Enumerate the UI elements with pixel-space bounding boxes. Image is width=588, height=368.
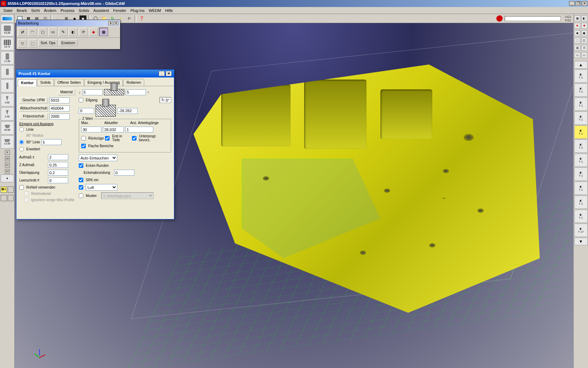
rueckzuege-checkbox[interactable]: [81, 136, 86, 141]
menu-bearb[interactable]: Bearb: [15, 8, 29, 13]
rt-icon-2[interactable]: ◧: [581, 15, 587, 21]
rt-icon-10[interactable]: ⊡: [581, 45, 587, 51]
prozess-dialog[interactable]: Prozeß #1 Kontur _ ✕ Kontur Solids Offen…: [16, 69, 174, 219]
ersetzen-button[interactable]: Ersetzen: [59, 39, 77, 46]
menu-assistent[interactable]: Assistent: [91, 8, 111, 13]
botz-input[interactable]: [79, 108, 94, 114]
menu-plugins[interactable]: Plug-Ins: [128, 8, 147, 13]
left-num-11[interactable]: 11: [5, 163, 10, 168]
tab-rotieren[interactable]: Rotieren: [123, 79, 144, 86]
muster-checkbox[interactable]: [79, 193, 83, 198]
op-slot-6[interactable]: ◐T 1: [574, 139, 588, 153]
rt-scroll-up[interactable]: ▲: [574, 61, 588, 69]
rt-icon-3[interactable]: ✖: [574, 23, 580, 29]
op-slot-9[interactable]: ◐T 1: [574, 182, 588, 195]
plunge-input[interactable]: [49, 105, 70, 111]
sort-ops-button[interactable]: Sort. Ops: [38, 39, 58, 46]
dialog-minimize[interactable]: _: [159, 71, 165, 76]
rt-scroll-down[interactable]: ▼: [574, 238, 588, 245]
palette-title-bar[interactable]: Bearbeitung ▾ ✕: [16, 20, 120, 26]
rt-icon-7[interactable]: ⬚: [574, 38, 580, 43]
topz-input[interactable]: [82, 89, 103, 95]
minimize-button[interactable]: _: [569, 1, 575, 6]
erst-checkbox[interactable]: [105, 136, 110, 141]
feed-label-button[interactable]: Fräsvorschub: [19, 113, 48, 120]
luft-select[interactable]: Luft: [86, 184, 117, 191]
op-slot-2[interactable]: ◐T 1: [574, 83, 588, 97]
autoeintauchen-select[interactable]: Auto Eintauchen: [79, 155, 117, 161]
rohteil-checkbox[interactable]: [19, 185, 24, 190]
tb-flag[interactable]: 🏳: [125, 15, 133, 22]
tab-solids[interactable]: Solids: [37, 79, 54, 86]
tb-help[interactable]: ❓: [138, 15, 146, 22]
pal-tool-5[interactable]: ✎: [58, 28, 68, 36]
tool-slot-8[interactable]: 46.00: [1, 121, 14, 135]
radio-90linie[interactable]: [19, 140, 24, 144]
palette-close[interactable]: ✕: [114, 21, 119, 25]
eilgang-checkbox[interactable]: [79, 98, 83, 102]
left-num-10[interactable]: 10: [5, 156, 10, 161]
op-slot-12[interactable]: ◐T 17: [574, 224, 588, 237]
process-slot-4[interactable]: [8, 195, 14, 201]
op-slot-5-selected[interactable]: ◐T 1: [574, 125, 588, 139]
radio-linie[interactable]: [19, 127, 24, 132]
menu-aendern[interactable]: Ändern: [42, 8, 58, 13]
radio-erweitert[interactable]: [19, 147, 24, 151]
tool-slot-3[interactable]: 11.00: [1, 51, 14, 64]
pal-tool-8[interactable]: ◆: [89, 28, 98, 36]
unterprogr-checkbox[interactable]: [132, 136, 136, 141]
left-scroll-down[interactable]: ▼: [1, 175, 14, 182]
pal-tool-b2[interactable]: ⬚: [28, 39, 37, 48]
op-slot-11[interactable]: ◐T 1: [574, 210, 588, 223]
op-slot-7[interactable]: ◐T 1: [574, 154, 588, 167]
tool-slot-5[interactable]: [1, 79, 14, 93]
rt-icon-12[interactable]: ▭: [581, 52, 587, 58]
process-slot-3[interactable]: [1, 195, 7, 201]
left-num-9[interactable]: 9: [5, 150, 10, 155]
stop-button[interactable]: [496, 15, 503, 22]
left-top-button[interactable]: [1, 15, 14, 22]
op-slot-10[interactable]: ◐T 1: [574, 196, 588, 209]
tab-offene-seiten[interactable]: Offene Seiten: [54, 79, 84, 86]
process-slot-2[interactable]: [8, 186, 14, 193]
pal-tool-4[interactable]: ▭: [48, 28, 57, 36]
tab-kontur[interactable]: Kontur: [18, 79, 37, 86]
plunge-label-button[interactable]: Abtauchvorschub: [19, 105, 48, 111]
ecken-checkbox[interactable]: [79, 163, 83, 168]
tool-slot-9[interactable]: 12.00: [1, 135, 14, 149]
close-button[interactable]: ✕: [582, 1, 587, 6]
menu-sicht[interactable]: Sicht: [29, 8, 42, 13]
dialog-title-bar[interactable]: Prozeß #1 Kontur _ ✕: [16, 70, 174, 77]
srk-checkbox[interactable]: [79, 178, 83, 182]
left-num-12[interactable]: 12: [5, 169, 10, 174]
pal-tool-9-active[interactable]: ▦: [99, 28, 108, 36]
menu-solids[interactable]: Solids: [77, 8, 91, 13]
zaufmass-input[interactable]: [48, 162, 68, 168]
tool-slot-6[interactable]: 4.00: [1, 93, 14, 107]
menu-prozess[interactable]: Prozess: [58, 8, 77, 13]
menu-hilfe[interactable]: Hilfe: [163, 8, 175, 13]
pal-tool-1[interactable]: ⇄: [18, 28, 27, 36]
bearbeitung-palette[interactable]: Bearbeitung ▾ ✕ ⇄ ◠ ▢ ▭ ✎ ◐ ⟳ ◆ ▦ ▽ ⬚ So…: [16, 20, 120, 49]
pal-tool-3[interactable]: ▢: [38, 28, 47, 36]
rt-icon-1[interactable]: ▦: [574, 15, 580, 21]
op-slot-3[interactable]: ◐T 1: [574, 97, 588, 111]
rt-icon-4[interactable]: ✱: [581, 23, 587, 29]
topz2-input[interactable]: [126, 89, 146, 95]
rt-icon-8[interactable]: ◫: [581, 38, 587, 43]
palette-collapse[interactable]: ▾: [108, 21, 113, 25]
rt-icon-5[interactable]: ◉: [574, 30, 580, 36]
menu-wedm[interactable]: WEDM: [147, 8, 163, 13]
dialog-close[interactable]: ✕: [166, 71, 172, 76]
rt-icon-11[interactable]: ▭: [574, 52, 580, 58]
speed-label-button[interactable]: Geschw. UPM: [19, 97, 48, 103]
menu-fenster[interactable]: Fenster: [111, 8, 128, 13]
pal-tool-7[interactable]: ⟳: [79, 28, 88, 36]
pal-tool-b1[interactable]: ▽: [18, 39, 27, 48]
tool-slot-4[interactable]: [1, 65, 14, 79]
rt-icon-9[interactable]: ▥: [574, 45, 580, 51]
tool-slot-1[interactable]: 63.08: [1, 23, 14, 36]
maximize-button[interactable]: ❐: [575, 1, 581, 6]
speed-input[interactable]: [49, 97, 70, 103]
linie90-input[interactable]: [41, 139, 62, 145]
